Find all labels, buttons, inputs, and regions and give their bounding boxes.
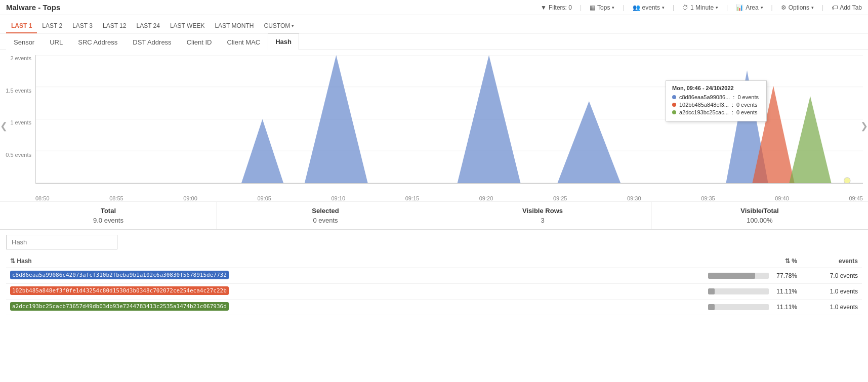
chart-icon: 📊 bbox=[736, 4, 743, 11]
stat-selected: Selected 0 events bbox=[217, 202, 434, 229]
tab-url[interactable]: URL bbox=[42, 34, 70, 50]
users-icon: 👥 bbox=[633, 4, 640, 11]
tab-last2[interactable]: LAST 2 bbox=[37, 19, 67, 33]
hash-value-1: 102bb485a848ef3f0fe1d43254c80d1530d3b034… bbox=[10, 286, 229, 295]
chart-nav-left-button[interactable]: ❮ bbox=[0, 120, 8, 132]
tops-control[interactable]: ▦ Tops ▾ bbox=[590, 4, 614, 11]
tooltip-dot-2 bbox=[672, 103, 676, 107]
y-label-0-5: 0.5 events bbox=[4, 152, 31, 158]
y-label-1: 1 events bbox=[4, 119, 31, 125]
tab-dst-address[interactable]: DST Address bbox=[125, 34, 179, 50]
tab-last3[interactable]: LAST 3 bbox=[67, 19, 98, 33]
interval-dropdown-arrow: ▾ bbox=[716, 5, 718, 10]
tooltip-value-1: 0 events bbox=[737, 94, 759, 100]
stat-visible-total: Visible/Total 100.00% bbox=[651, 202, 868, 229]
hash-cell-0[interactable]: c8d86eaa5a99086c42073afcf310b2fbeba9b1a1… bbox=[6, 268, 700, 284]
tab-last12[interactable]: LAST 12 bbox=[98, 19, 131, 33]
tab-last1[interactable]: LAST 1 bbox=[6, 19, 37, 33]
stat-visible-total-value: 100.00% bbox=[656, 217, 863, 224]
events-control[interactable]: 👥 events ▾ bbox=[633, 4, 665, 11]
stat-visible-rows-label: Visible Rows bbox=[439, 207, 646, 215]
chart-container: ❮ ❯ 2 events 1.5 events 1 events 0.5 eve… bbox=[0, 50, 868, 202]
options-label: Options bbox=[789, 4, 809, 11]
stat-total-value: 9.0 events bbox=[5, 217, 212, 224]
page-title: Malware - Tops bbox=[6, 3, 60, 12]
tooltip-separator-2: : bbox=[732, 102, 733, 108]
events-cell-2: 1.0 events bbox=[801, 300, 862, 315]
percent-label-2: 11.11% bbox=[773, 304, 797, 311]
hash-cell-2[interactable]: a2dcc193bc25cacb73657d49db03db93e7244783… bbox=[6, 300, 700, 315]
col-hash-header[interactable]: ⇅ Hash bbox=[6, 254, 700, 268]
svg-marker-8 bbox=[557, 101, 621, 183]
stat-visible-rows: Visible Rows 3 bbox=[434, 202, 651, 229]
table-container: ⇅ Hash ⇅ % events c8d86eaa5a99086c42073a… bbox=[0, 254, 868, 315]
tooltip-title: Mon, 09:46 - 24/10/2022 bbox=[672, 85, 760, 91]
percent-label-0: 77.78% bbox=[773, 272, 797, 279]
header-controls: ▼ Filters: 0 | ▦ Tops ▾ | 👥 events ▾ | ⏱… bbox=[541, 4, 862, 11]
filters-control[interactable]: ▼ Filters: 0 bbox=[541, 4, 572, 11]
hash-search-input[interactable] bbox=[6, 235, 117, 249]
tab-client-mac[interactable]: Client MAC bbox=[219, 34, 268, 50]
time-tabs: LAST 1 LAST 2 LAST 3 LAST 12 LAST 24 LAS… bbox=[0, 15, 868, 33]
tooltip-dot-1 bbox=[672, 95, 676, 99]
tab-custom[interactable]: CUSTOM ▾ bbox=[259, 19, 300, 33]
tab-client-id[interactable]: Client ID bbox=[179, 34, 220, 50]
tab-sensor[interactable]: Sensor bbox=[6, 34, 42, 50]
stat-visible-rows-value: 3 bbox=[439, 217, 646, 224]
tab-last-month[interactable]: LAST MONTH bbox=[210, 19, 259, 33]
custom-dropdown-arrow: ▾ bbox=[292, 23, 294, 28]
svg-marker-11 bbox=[789, 96, 831, 183]
clock-icon: ⏱ bbox=[682, 4, 688, 11]
table-body: c8d86eaa5a99086c42073afcf310b2fbeba9b1a1… bbox=[6, 268, 862, 315]
x-label-9: 09:35 bbox=[701, 195, 715, 201]
y-label-1-5: 1.5 events bbox=[4, 88, 31, 94]
chart-type-control[interactable]: 📊 Area ▾ bbox=[736, 4, 763, 11]
filters-label: Filters: 0 bbox=[549, 4, 572, 11]
chart-tooltip: Mon, 09:46 - 24/10/2022 c8d86eaa5a99086.… bbox=[666, 80, 767, 121]
interval-label: 1 Minute bbox=[690, 4, 714, 11]
events-dropdown-arrow: ▾ bbox=[662, 5, 665, 10]
tops-dropdown-arrow: ▾ bbox=[612, 5, 614, 10]
hash-value-2: a2dcc193bc25cacb73657d49db03db93e7244783… bbox=[10, 302, 229, 311]
chart-type-dropdown-arrow: ▾ bbox=[761, 5, 763, 10]
tab-hash[interactable]: Hash bbox=[268, 33, 299, 50]
stats-row: Total 9.0 events Selected 0 events Visib… bbox=[0, 202, 868, 230]
tooltip-label-1: c8d86eaa5a99086... bbox=[679, 94, 730, 100]
interval-control[interactable]: ⏱ 1 Minute ▾ bbox=[682, 4, 718, 11]
sub-tabs: Sensor URL SRC Address DST Address Clien… bbox=[0, 33, 868, 50]
tab-last24[interactable]: LAST 24 bbox=[131, 19, 164, 33]
svg-point-12 bbox=[844, 178, 850, 183]
search-area bbox=[0, 230, 868, 254]
data-table: ⇅ Hash ⇅ % events c8d86eaa5a99086c42073a… bbox=[6, 254, 862, 315]
add-tab-control[interactable]: 🏷 Add Tab bbox=[832, 4, 862, 11]
x-label-6: 09:20 bbox=[479, 195, 493, 201]
percent-cell-2: 11.11% bbox=[700, 300, 801, 315]
tab-src-address[interactable]: SRC Address bbox=[70, 34, 125, 50]
tooltip-dot-3 bbox=[672, 110, 676, 114]
table-row: a2dcc193bc25cacb73657d49db03db93e7244783… bbox=[6, 300, 862, 315]
add-tab-label: Add Tab bbox=[840, 4, 862, 11]
tab-last-week[interactable]: LAST WEEK bbox=[165, 19, 210, 33]
tooltip-item-2: 102bb485a848ef3... : 0 events bbox=[672, 102, 760, 108]
col-percent-header[interactable]: ⇅ % bbox=[700, 254, 801, 268]
events-cell-0: 7.0 events bbox=[801, 268, 862, 284]
options-dropdown-arrow: ▾ bbox=[811, 5, 814, 10]
sort-icon-hash: ⇅ bbox=[10, 258, 17, 265]
y-label-2: 2 events bbox=[4, 55, 31, 61]
col-events-header: events bbox=[801, 254, 862, 268]
options-control[interactable]: ⚙ Options ▾ bbox=[781, 4, 814, 11]
stat-selected-label: Selected bbox=[222, 207, 429, 215]
x-label-0: 08:50 bbox=[35, 195, 50, 201]
tooltip-value-2: 0 events bbox=[736, 102, 758, 108]
chart-type-label: Area bbox=[746, 4, 758, 11]
chart-y-labels: 2 events 1.5 events 1 events 0.5 events bbox=[0, 55, 35, 184]
hash-cell-1[interactable]: 102bb485a848ef3f0fe1d43254c80d1530d3b034… bbox=[6, 284, 700, 300]
chart-nav-right-button[interactable]: ❯ bbox=[860, 120, 868, 132]
tag-icon: 🏷 bbox=[832, 4, 838, 11]
tooltip-label-3: a2dcc193bc25cac... bbox=[679, 109, 729, 115]
percent-label-1: 11.11% bbox=[773, 288, 797, 295]
tooltip-separator-3: : bbox=[732, 109, 733, 115]
percent-cell-0: 77.78% bbox=[700, 268, 801, 284]
x-label-11: 09:45 bbox=[849, 195, 863, 201]
percent-cell-1: 11.11% bbox=[700, 284, 801, 300]
